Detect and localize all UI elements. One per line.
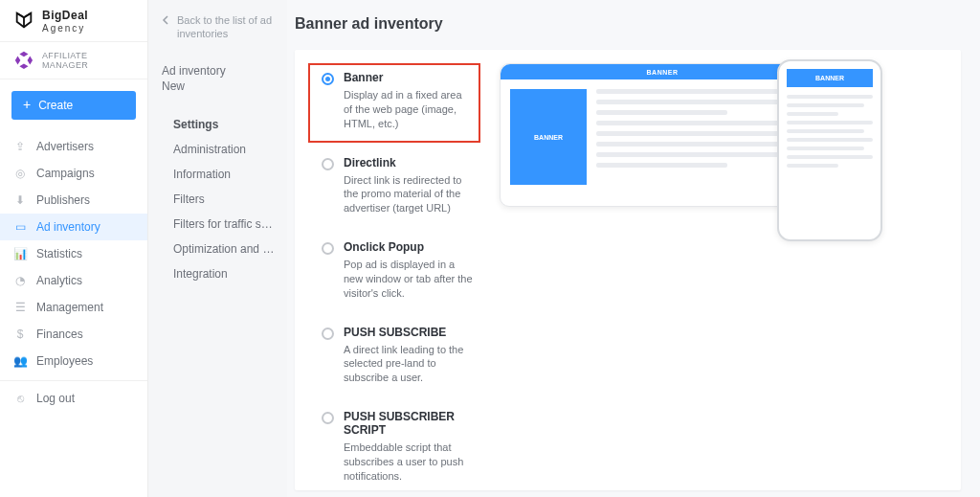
mid-items: SettingsAdministrationInformationFilters… (162, 112, 278, 286)
svg-marker-2 (28, 56, 33, 64)
left-nav: ⇪Advertisers◎Campaigns⬇Publishers▭Ad inv… (0, 133, 147, 374)
mid-item-filters[interactable]: Filters (162, 187, 278, 212)
mid-item-settings[interactable]: Settings (162, 112, 278, 137)
mid-item-information[interactable]: Information (162, 162, 278, 187)
nav-separator (0, 380, 147, 381)
sidebar-item-label: Statistics (36, 247, 82, 260)
radio-icon[interactable] (322, 412, 334, 424)
option-banner[interactable]: BannerDisplay ad in a fixed area of the … (308, 63, 480, 143)
sidebar-item-campaigns[interactable]: ◎Campaigns (0, 160, 147, 187)
option-title: PUSH SUBSCRIBE (344, 326, 473, 339)
mid-item-filters-for-traffic-sour-[interactable]: Filters for traffic sour… (162, 212, 278, 237)
option-title: Onclick Popup (344, 240, 473, 254)
mid-heading: Ad inventory (162, 64, 278, 78)
chevron-left-icon (162, 13, 171, 28)
option-push-subscribe[interactable]: PUSH SUBSCRIBEA direct link leading to t… (308, 318, 480, 397)
create-label: Create (38, 99, 73, 112)
preview-phone: BANNER (777, 59, 882, 241)
mid-sub: New (162, 79, 278, 93)
mid-item-optimization-and-rules[interactable]: Optimization and rules (162, 237, 278, 261)
advertisers-icon: ⇪ (13, 140, 27, 153)
option-desc: Direct link is redirected to the promo m… (344, 173, 473, 216)
campaigns-icon: ◎ (13, 167, 27, 180)
page-title: Banner ad inventory (287, 15, 980, 33)
logout-icon: ⎋ (13, 392, 27, 405)
nav-logout: ⎋ Log out (0, 385, 147, 412)
option-onclick-popup[interactable]: Onclick PopupPop ad is displayed in a ne… (308, 233, 480, 312)
plus-icon: + (23, 97, 31, 112)
option-desc: A direct link leading to the selected pr… (344, 343, 473, 386)
svg-marker-3 (19, 64, 28, 69)
sidebar-item-label: Employees (36, 354, 93, 368)
option-desc: Pop ad is displayed in a new window or t… (344, 258, 473, 301)
preview: BANNER BANNER BANNER (500, 63, 947, 477)
finances-icon: $ (13, 328, 27, 341)
create-button[interactable]: + Create (11, 91, 136, 120)
brand: BigDeal Agency (0, 0, 147, 41)
sidebar-left: BigDeal Agency AFFILIATE MANAGER + Creat… (0, 0, 148, 497)
preview-browser: BANNER BANNER (500, 63, 825, 207)
radio-icon[interactable] (322, 328, 334, 340)
role-label: AFFILIATE MANAGER (42, 51, 136, 70)
option-desc: Display ad in a fixed area of the web pa… (344, 88, 473, 131)
sidebar-item-label: Finances (36, 328, 83, 341)
option-push-subscriber-script[interactable]: PUSH SUBSCRIBER SCRIPTEmbeddable script … (308, 402, 480, 490)
ad-inventory-icon: ▭ (13, 220, 27, 234)
preview-banner-side: BANNER (510, 89, 587, 185)
brand-logo-icon (13, 10, 34, 34)
analytics-icon: ◔ (13, 274, 27, 287)
sidebar-item-label: Analytics (36, 274, 82, 287)
option-title: Banner (344, 71, 473, 84)
avatar-icon (13, 50, 34, 71)
sidebar-item-label: Ad inventory (36, 220, 100, 234)
statistics-icon: 📊 (13, 247, 27, 260)
sidebar-item-analytics[interactable]: ◔Analytics (0, 267, 147, 294)
sidebar-item-label: Campaigns (36, 167, 95, 180)
sidebar-item-label: Management (36, 301, 103, 314)
sidebar-item-label: Publishers (36, 193, 90, 207)
back-link[interactable]: Back to the list of ad inventories (162, 13, 278, 41)
management-icon: ☰ (13, 301, 27, 314)
sidebar-mid: Back to the list of ad inventories Ad in… (148, 0, 287, 497)
sidebar-item-management[interactable]: ☰Management (0, 294, 147, 321)
option-directlink[interactable]: DirectlinkDirect link is redirected to t… (308, 148, 480, 228)
sidebar-item-publishers[interactable]: ⬇Publishers (0, 187, 147, 214)
preview-banner-top: BANNER (501, 64, 824, 79)
logout-label: Log out (36, 392, 75, 405)
option-title: Directlink (344, 156, 473, 169)
sidebar-item-ad-inventory[interactable]: ▭Ad inventory (0, 214, 147, 240)
svg-marker-0 (19, 52, 28, 56)
sidebar-item-advertisers[interactable]: ⇪Advertisers (0, 133, 147, 160)
radio-icon[interactable] (322, 158, 334, 170)
option-desc: Embeddable script that subscribes a user… (344, 441, 473, 484)
profile[interactable]: AFFILIATE MANAGER (0, 41, 147, 79)
publishers-icon: ⬇ (13, 193, 27, 207)
sidebar-item-logout[interactable]: ⎋ Log out (0, 385, 147, 412)
sidebar-item-employees[interactable]: 👥Employees (0, 348, 147, 374)
mid-item-integration[interactable]: Integration (162, 261, 278, 286)
mid-item-administration[interactable]: Administration (162, 137, 278, 162)
sidebar-item-label: Advertisers (36, 140, 94, 153)
svg-marker-1 (15, 56, 20, 64)
radio-icon[interactable] (322, 242, 334, 255)
option-title: PUSH SUBSCRIBER SCRIPT (344, 410, 473, 437)
sidebar-item-statistics[interactable]: 📊Statistics (0, 240, 147, 267)
ad-type-options: BannerDisplay ad in a fixed area of the … (308, 63, 480, 477)
sidebar-item-finances[interactable]: $Finances (0, 321, 147, 348)
card: BannerDisplay ad in a fixed area of the … (295, 50, 961, 490)
employees-icon: 👥 (13, 354, 27, 368)
back-label: Back to the list of ad inventories (177, 13, 278, 41)
radio-icon[interactable] (322, 73, 334, 85)
brand-name: BigDeal Agency (42, 10, 88, 33)
main: Banner ad inventory BannerDisplay ad in … (287, 0, 980, 497)
preview-banner-phone: BANNER (787, 69, 873, 87)
